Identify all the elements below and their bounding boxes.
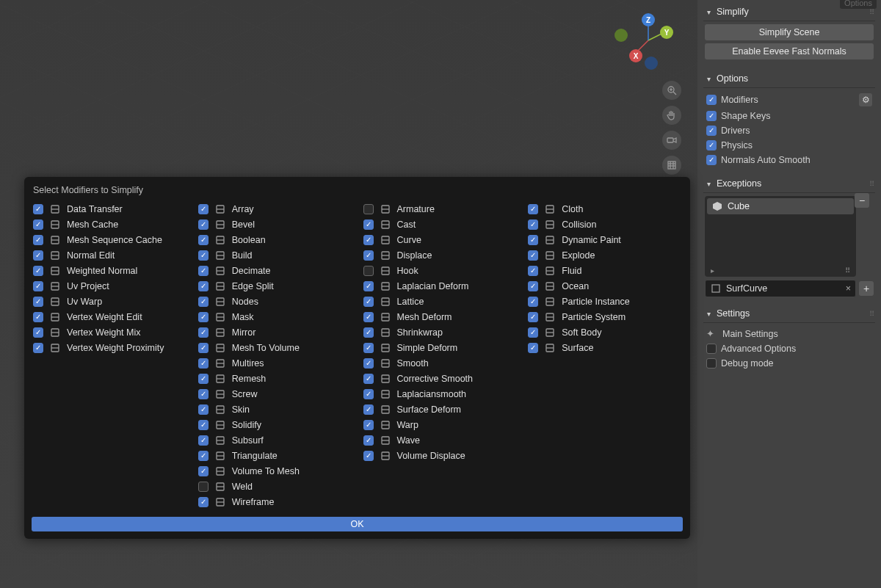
camera-button[interactable] — [662, 131, 681, 150]
enable-fast-normals-button[interactable]: Enable Eevee Fast Normals — [705, 43, 874, 59]
modifier-checkbox[interactable] — [33, 204, 43, 214]
modifier-checkbox[interactable] — [363, 343, 374, 353]
remove-item-button[interactable]: − — [855, 193, 869, 208]
drag-dots-icon[interactable]: ⠿ — [869, 8, 875, 16]
modifier-checkbox[interactable] — [33, 297, 43, 307]
modifier-checkbox[interactable] — [528, 297, 538, 307]
checkbox-normals-auto[interactable] — [706, 155, 717, 165]
modifier-checkbox[interactable] — [198, 219, 209, 230]
modifier-checkbox[interactable] — [198, 374, 209, 384]
modifier-checkbox[interactable] — [363, 266, 374, 276]
modifier-checkbox[interactable] — [363, 297, 374, 307]
checkbox-modifiers[interactable] — [706, 95, 717, 105]
modifier-icon — [380, 280, 391, 292]
checkbox-debug[interactable] — [706, 358, 717, 369]
modifier-checkbox[interactable] — [363, 327, 374, 338]
modifier-checkbox[interactable] — [528, 281, 538, 291]
modifier-checkbox[interactable] — [198, 235, 209, 245]
drag-dots-icon[interactable]: ⠿ — [869, 310, 875, 318]
modifier-checkbox[interactable] — [198, 250, 209, 261]
checkbox-shape-keys[interactable] — [706, 111, 717, 121]
modifier-checkbox[interactable] — [363, 374, 374, 384]
modifier-checkbox[interactable] — [198, 343, 209, 353]
pan-button[interactable] — [662, 106, 681, 125]
modifier-checkbox[interactable] — [198, 358, 209, 369]
modifier-checkbox[interactable] — [33, 281, 43, 291]
modifier-checkbox[interactable] — [528, 266, 538, 276]
modifier-checkbox[interactable] — [198, 466, 209, 476]
modifier-checkbox[interactable] — [528, 204, 538, 214]
zoom-button[interactable] — [662, 81, 681, 100]
modifier-checkbox[interactable] — [528, 343, 538, 353]
drag-dots-icon[interactable]: ⠿ — [845, 266, 850, 275]
modifier-checkbox[interactable] — [198, 404, 209, 415]
modifier-checkbox[interactable] — [198, 389, 209, 399]
exceptions-list[interactable]: Cube ▸ ⠿ — [705, 196, 856, 277]
perspective-button[interactable] — [662, 156, 681, 175]
add-item-button[interactable]: + — [859, 281, 874, 296]
modifier-checkbox[interactable] — [198, 281, 209, 291]
modifier-checkbox[interactable] — [528, 235, 538, 245]
drag-dots-icon[interactable]: ⠿ — [869, 180, 875, 188]
checkbox-drivers[interactable] — [706, 126, 717, 136]
modifier-checkbox[interactable] — [198, 204, 209, 214]
modifier-checkbox[interactable] — [33, 250, 43, 261]
checkbox-physics[interactable] — [706, 140, 717, 150]
axis-x[interactable]: X — [629, 49, 642, 62]
modifier-checkbox[interactable] — [363, 404, 374, 415]
checkbox-advanced[interactable] — [706, 344, 717, 354]
axis-z[interactable]: Z — [642, 13, 655, 26]
list-item[interactable]: Cube — [707, 198, 854, 214]
modifier-checkbox[interactable] — [33, 343, 43, 353]
modifier-checkbox[interactable] — [33, 327, 43, 338]
ok-button[interactable]: OK — [32, 517, 683, 531]
axis-y[interactable]: Y — [660, 26, 673, 39]
main-settings-button[interactable]: Main Settings — [722, 329, 778, 339]
modifier-icon — [214, 435, 226, 446]
modifier-checkbox[interactable] — [33, 235, 43, 245]
modifier-checkbox[interactable] — [33, 312, 43, 322]
modifier-checkbox[interactable] — [528, 219, 538, 230]
modifier-checkbox[interactable] — [363, 358, 374, 369]
panel-settings-header[interactable]: ▾ Settings ⠿ — [703, 305, 875, 323]
modifier-checkbox[interactable] — [33, 266, 43, 276]
modifier-checkbox[interactable] — [198, 312, 209, 322]
modifier-row: Vertex Weight Edit — [32, 309, 188, 324]
modifier-checkbox[interactable] — [198, 266, 209, 276]
modifier-checkbox[interactable] — [198, 327, 209, 338]
modifier-checkbox[interactable] — [363, 235, 374, 245]
modifier-checkbox[interactable] — [198, 297, 209, 307]
modifier-checkbox[interactable] — [528, 250, 538, 261]
list-prev-icon[interactable]: ▸ — [711, 266, 714, 275]
axis-neg-z[interactable] — [645, 57, 658, 70]
modifier-checkbox[interactable] — [198, 482, 209, 492]
simplify-scene-button[interactable]: Simplify Scene — [705, 24, 874, 40]
modifier-checkbox[interactable] — [528, 312, 538, 322]
clear-icon[interactable]: × — [846, 283, 851, 294]
modifier-checkbox[interactable] — [198, 451, 209, 461]
modifier-label: Armature — [397, 204, 435, 214]
modifier-checkbox[interactable] — [33, 219, 43, 230]
axis-gizmo[interactable]: Z Y X — [619, 11, 678, 70]
object-picker-field[interactable]: SurfCurve × — [705, 280, 856, 297]
modifier-checkbox[interactable] — [198, 435, 209, 446]
modifier-checkbox[interactable] — [363, 420, 374, 430]
gear-icon[interactable]: ⚙ — [859, 93, 872, 106]
modifier-checkbox[interactable] — [198, 497, 209, 507]
panel-simplify-header[interactable]: ▾ Simplify ⠿ — [703, 3, 875, 21]
axis-neg-y[interactable] — [614, 29, 628, 42]
modifier-checkbox[interactable] — [363, 389, 374, 399]
panel-exceptions-header[interactable]: ▾ Exceptions ⠿ — [703, 175, 875, 193]
modifier-checkbox[interactable] — [198, 420, 209, 430]
modifier-checkbox[interactable] — [363, 435, 374, 446]
modifier-checkbox[interactable] — [363, 281, 374, 291]
modifier-label: Collision — [562, 219, 596, 230]
modifier-label: Cloth — [562, 204, 583, 214]
modifier-checkbox[interactable] — [363, 250, 374, 261]
panel-options-header[interactable]: ▾ Options — [703, 70, 875, 88]
modifier-checkbox[interactable] — [363, 451, 374, 461]
modifier-checkbox[interactable] — [363, 204, 374, 214]
modifier-checkbox[interactable] — [363, 312, 374, 322]
modifier-checkbox[interactable] — [363, 219, 374, 230]
modifier-checkbox[interactable] — [528, 327, 538, 338]
